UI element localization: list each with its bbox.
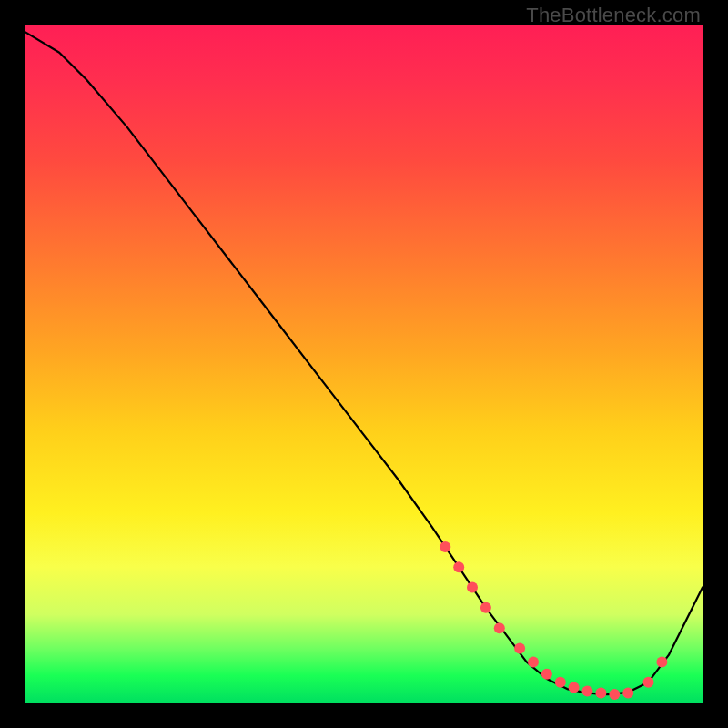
data-marker [440, 541, 450, 552]
data-marker [643, 677, 654, 688]
data-marker [480, 602, 491, 613]
data-marker [569, 682, 580, 693]
bottleneck-curve [25, 32, 703, 694]
data-marker [494, 622, 505, 633]
watermark-text: TheBottleneck.com [526, 4, 701, 27]
data-marker [528, 656, 539, 667]
data-marker [514, 643, 525, 654]
data-marker [453, 561, 464, 572]
plot-area [25, 25, 703, 703]
data-marker [541, 669, 552, 680]
data-marker [582, 685, 593, 696]
data-marker [555, 677, 566, 688]
marker-group [440, 541, 667, 700]
data-marker [609, 689, 620, 700]
data-marker [656, 656, 667, 667]
data-marker [622, 688, 633, 699]
chart-frame: TheBottleneck.com [0, 0, 728, 728]
data-marker [467, 582, 478, 593]
data-marker [595, 688, 606, 699]
curve-svg [25, 25, 703, 703]
